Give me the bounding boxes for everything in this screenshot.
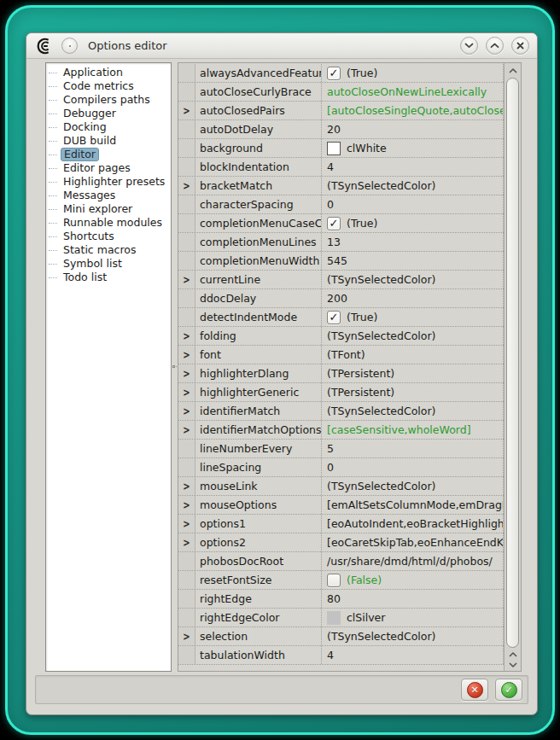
property-value-cell[interactable]: ✓ (True) <box>322 308 504 326</box>
property-name-cell[interactable]: resetFontSize <box>195 571 322 589</box>
expand-arrow-icon[interactable]: > <box>183 274 190 285</box>
property-name-cell[interactable]: lineNumberEvery <box>195 440 322 457</box>
expand-arrow-icon[interactable]: > <box>183 499 190 510</box>
sidebar-item-editor-pages[interactable]: Editor pages <box>46 161 171 175</box>
property-name-cell[interactable]: folding <box>195 327 322 345</box>
sidebar-item-dub-build[interactable]: DUB build <box>46 134 171 148</box>
property-value-cell[interactable]: [autoCloseSingleQuote,autoCloseDoubleQuo… <box>322 102 504 119</box>
property-name-cell[interactable]: mouseOptions <box>195 496 322 514</box>
property-row[interactable]: > autoDotDelay 20 <box>178 120 504 139</box>
property-row[interactable]: > currentLine (TSynSelectedColor) <box>178 271 504 289</box>
property-row[interactable]: > options2 [eoCaretSkipTab,eoEnhanceEndK… <box>178 533 504 552</box>
row-gutter[interactable]: > <box>178 271 195 288</box>
property-row[interactable]: > background clWhite <box>178 139 504 158</box>
property-row[interactable]: > highlighterDlang (TPersistent) <box>178 364 504 383</box>
sidebar-item-debugger[interactable]: Debugger <box>46 107 171 120</box>
property-value-cell[interactable]: (TFont) <box>322 346 504 364</box>
row-gutter[interactable]: > <box>178 515 195 533</box>
row-gutter[interactable]: > <box>178 346 195 364</box>
property-name-cell[interactable]: highlighterDlang <box>195 364 322 382</box>
sidebar-item-messages[interactable]: Messages <box>46 189 171 202</box>
property-name-cell[interactable]: identifierMatch <box>195 402 322 420</box>
sidebar-item-shortcuts[interactable]: Shortcuts <box>46 230 171 243</box>
row-gutter[interactable]: > <box>178 609 195 626</box>
property-value-cell[interactable]: /usr/share/dmd/html/d/phobos/ <box>322 552 504 570</box>
property-row[interactable]: > font (TFont) <box>178 346 504 364</box>
property-value-cell[interactable]: (TSynSelectedColor) <box>322 177 504 195</box>
property-name-cell[interactable]: rightEdgeColor <box>195 609 322 626</box>
expand-arrow-icon[interactable]: > <box>183 481 190 492</box>
row-gutter[interactable]: > <box>178 83 195 101</box>
expand-arrow-icon[interactable]: > <box>183 349 190 360</box>
property-name-cell[interactable]: identifierMatchOptions <box>195 421 322 439</box>
property-value-cell[interactable]: 5 <box>322 440 504 457</box>
scroll-up-button[interactable] <box>505 65 521 77</box>
property-name-cell[interactable]: font <box>195 346 322 364</box>
row-gutter[interactable]: > <box>178 139 195 157</box>
property-name-cell[interactable]: completionMenuWidth <box>195 252 322 270</box>
property-name-cell[interactable]: phobosDocRoot <box>195 552 322 570</box>
expand-arrow-icon[interactable]: > <box>183 105 190 116</box>
grid-scrollbar[interactable] <box>504 63 521 671</box>
row-gutter[interactable]: > <box>178 64 195 82</box>
sidebar-item-docking[interactable]: Docking <box>46 120 171 134</box>
property-row[interactable]: > completionMenuLines 13 <box>178 233 504 252</box>
property-name-cell[interactable]: blockIndentation <box>195 158 322 176</box>
property-row[interactable]: > completionMenuWidth 545 <box>178 252 504 271</box>
row-gutter[interactable]: > <box>178 158 195 176</box>
property-value-cell[interactable]: 545 <box>322 252 504 270</box>
row-gutter[interactable]: > <box>178 402 195 420</box>
property-value-cell[interactable]: clWhite <box>322 139 504 157</box>
value-checkbox[interactable]: ✓ <box>327 217 341 230</box>
property-value-cell[interactable]: 20 <box>322 120 504 138</box>
row-gutter[interactable]: > <box>178 552 195 570</box>
property-row[interactable]: > blockIndentation 4 <box>178 158 504 177</box>
expand-arrow-icon[interactable]: > <box>183 180 190 191</box>
panel-splitter[interactable] <box>172 62 178 672</box>
property-row[interactable]: > autoClosedPairs [autoCloseSingleQuote,… <box>178 102 504 120</box>
property-value-cell[interactable]: [caseSensitive,wholeWord] <box>322 421 504 439</box>
property-name-cell[interactable]: bracketMatch <box>195 177 322 195</box>
property-name-cell[interactable]: autoClosedPairs <box>195 102 322 119</box>
row-gutter[interactable]: > <box>178 440 195 457</box>
row-gutter[interactable]: > <box>178 421 195 439</box>
row-gutter[interactable]: > <box>178 120 195 138</box>
accept-button[interactable]: ✓ <box>495 679 522 701</box>
scrollbar-thumb[interactable] <box>506 78 519 648</box>
property-name-cell[interactable]: selection <box>195 627 322 645</box>
property-name-cell[interactable]: rightEdge <box>195 590 322 608</box>
property-value-cell[interactable]: (TSynSelectedColor) <box>322 477 504 495</box>
sidebar-item-mini-explorer[interactable]: Mini explorer <box>46 202 171 216</box>
value-checkbox[interactable]: ✓ <box>327 311 341 324</box>
row-gutter[interactable]: > <box>178 364 195 382</box>
property-value-cell[interactable]: (TSynSelectedColor) <box>322 627 504 645</box>
property-value-cell[interactable]: (TSynSelectedColor) <box>322 402 504 420</box>
property-name-cell[interactable]: background <box>195 139 322 157</box>
row-gutter[interactable]: > <box>178 177 195 195</box>
row-gutter[interactable]: > <box>178 533 195 551</box>
sidebar-item-symbol-list[interactable]: Symbol list <box>46 257 171 271</box>
property-value-cell[interactable]: ✓ (True) <box>322 214 504 232</box>
property-row[interactable]: > identifierMatchOptions [caseSensitive,… <box>178 421 504 440</box>
sidebar-item-static-macros[interactable]: Static macros <box>46 243 171 257</box>
row-gutter[interactable]: > <box>178 195 195 213</box>
property-name-cell[interactable]: options1 <box>195 515 322 533</box>
property-name-cell[interactable]: autoDotDelay <box>195 120 322 138</box>
close-button[interactable] <box>511 37 529 55</box>
property-name-cell[interactable]: detectIndentMode <box>195 308 322 326</box>
property-value-cell[interactable]: clSilver <box>322 609 504 626</box>
sidebar-item-editor[interactable]: Editor <box>46 148 171 161</box>
property-name-cell[interactable]: alwaysAdvancedFeatures <box>195 64 322 82</box>
row-gutter[interactable]: > <box>178 289 195 307</box>
unshade-button[interactable] <box>486 37 504 55</box>
property-name-cell[interactable]: ddocDelay <box>195 289 322 307</box>
sidebar-item-application[interactable]: Application <box>46 66 171 79</box>
expand-arrow-icon[interactable]: > <box>183 387 190 398</box>
cancel-button[interactable]: ✕ <box>461 679 488 701</box>
row-gutter[interactable]: > <box>178 327 195 345</box>
property-name-cell[interactable]: tabulationWidth <box>195 646 322 664</box>
row-gutter[interactable]: > <box>178 308 195 326</box>
row-gutter[interactable]: > <box>178 496 195 514</box>
row-gutter[interactable]: > <box>178 458 195 476</box>
property-row[interactable]: > folding (TSynSelectedColor) <box>178 327 504 346</box>
